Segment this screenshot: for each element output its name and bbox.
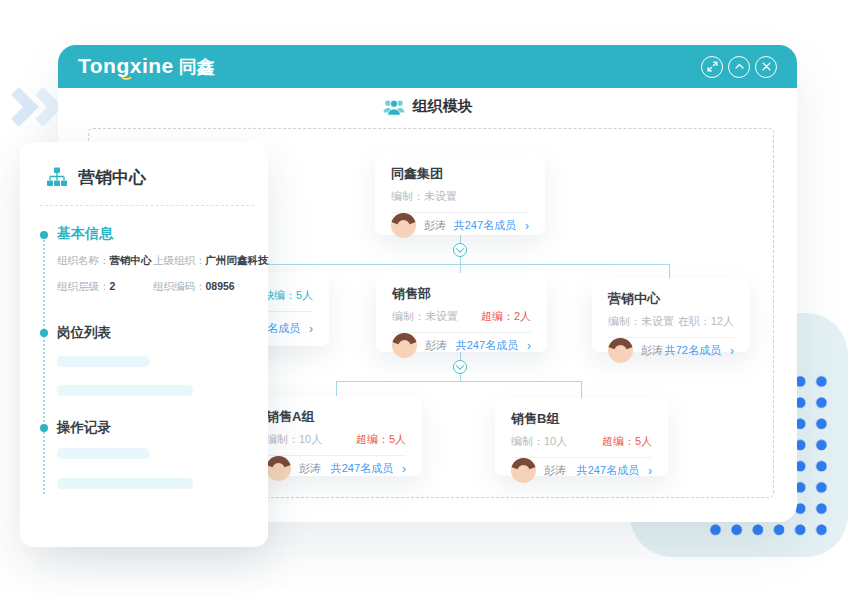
chevron-right-icon: › — [402, 463, 406, 475]
team-icon — [383, 97, 405, 116]
placeholder-bar — [57, 448, 150, 459]
card-title: 销售A组 — [266, 408, 406, 426]
chevron-right-icon: › — [525, 220, 529, 232]
chevron-right-icon: › — [730, 345, 734, 357]
section-heading-logs: 操作记录 — [57, 419, 111, 437]
connector-line — [336, 381, 337, 397]
connector-line — [336, 381, 582, 382]
status-badge: 在职：12人 — [678, 314, 734, 329]
connector-line — [255, 264, 670, 265]
quota-label: 编制：10人 — [511, 434, 567, 449]
org-card-sales-b[interactable]: 销售B组 编制：10人 超编：5人 彭涛 共247名成员 › — [495, 398, 668, 476]
connector-line — [669, 264, 670, 279]
org-card-sales-a[interactable]: 销售A组 编制：10人 超编：5人 彭涛 共247名成员 › — [250, 396, 422, 476]
bullet-icon — [40, 231, 48, 239]
brand-logo-cn: 同鑫 — [179, 55, 215, 79]
chevron-down-icon — [456, 361, 464, 369]
chevron-right-icon: › — [309, 323, 313, 335]
members-link[interactable]: 共247名成员 › — [331, 461, 406, 476]
bullet-icon — [40, 424, 48, 432]
members-link[interactable]: 共72名成员 › — [665, 343, 734, 358]
placeholder-bar — [57, 356, 150, 367]
dashed-divider — [40, 205, 254, 206]
card-title: 同鑫集团 — [391, 165, 529, 183]
module-title-bar: 组织模块 — [58, 97, 797, 116]
avatar — [266, 456, 291, 481]
status-badge: 超编：2人 — [481, 309, 531, 324]
card-title: 销售部 — [392, 285, 531, 303]
avatar — [608, 338, 633, 363]
chevron-right-icon: › — [648, 465, 652, 477]
logo-smile-icon — [119, 67, 134, 80]
tree-toggle-node[interactable] — [453, 360, 467, 374]
quota-label: 编制：未设置 — [608, 314, 674, 329]
close-icon — [761, 61, 772, 72]
panel-title: 营销中心 — [78, 166, 146, 189]
status-badge: 超编：5人 — [356, 432, 406, 447]
member-name: 彭涛 — [425, 338, 447, 353]
window-header: Tongxine 同鑫 — [58, 45, 797, 88]
org-card-sales-dept[interactable]: 销售部 编制：未设置 超编：2人 彭涛 共247名成员 › — [376, 273, 547, 352]
info-field: 组织名称：营销中心 — [57, 254, 153, 268]
close-button[interactable] — [755, 56, 777, 78]
avatar — [392, 333, 417, 358]
info-field: 组织层级：2 — [57, 280, 153, 294]
quota-label: 编制：未设置 — [392, 309, 458, 324]
placeholder-bar — [57, 478, 193, 489]
section-heading-basic: 基本信息 — [57, 225, 113, 243]
chevron-up-icon — [734, 61, 745, 72]
quota-label: 编制：10人 — [266, 432, 322, 447]
member-name: 彭涛 — [424, 218, 446, 233]
status-badge: 缺编：5人 — [263, 288, 313, 303]
info-field: 组织编码：08956 — [153, 280, 257, 294]
status-badge: 超编：5人 — [602, 434, 652, 449]
placeholder-bar — [57, 385, 193, 396]
org-card-group[interactable]: 同鑫集团 编制：未设置 彭涛 共247名成员 › — [375, 153, 545, 235]
quota-label: 编制：未设置 — [391, 189, 457, 204]
expand-button[interactable] — [701, 56, 723, 78]
chevron-down-icon — [456, 244, 464, 252]
section-heading-positions: 岗位列表 — [57, 324, 111, 342]
members-link[interactable]: 共247名成员 › — [577, 463, 652, 478]
brand-logo: Tongxine 同鑫 — [78, 54, 215, 79]
collapse-button[interactable] — [728, 56, 750, 78]
org-card-marketing-center[interactable]: 营销中心 编制：未设置 在职：12人 彭涛 共72名成员 › — [592, 278, 750, 352]
avatar — [391, 213, 416, 238]
card-title: 销售B组 — [511, 410, 652, 428]
member-name: 彭涛 — [299, 461, 321, 476]
dotted-guide-line — [43, 240, 45, 494]
members-link[interactable]: 共247名成员 › — [454, 218, 529, 233]
member-name: 彭涛 — [544, 463, 566, 478]
bullet-icon — [40, 329, 48, 337]
tree-toggle-node[interactable] — [453, 243, 467, 257]
card-title: 营销中心 — [608, 290, 734, 308]
window-controls — [701, 56, 777, 78]
avatar — [511, 458, 536, 483]
member-name: 彭涛 — [641, 343, 663, 358]
connector-line — [581, 381, 582, 399]
org-tree-icon — [46, 167, 68, 188]
chevron-right-icon: › — [527, 340, 531, 352]
members-link[interactable]: 共247名成员 › — [456, 338, 531, 353]
page-title: 组织模块 — [413, 97, 473, 116]
expand-icon — [707, 61, 718, 72]
decor-chevrons-icon — [10, 88, 60, 126]
info-field: 上级组织：广州同鑫科技 — [153, 254, 269, 268]
detail-panel: 营销中心 基本信息 组织名称：营销中心 上级组织：广州同鑫科技 组织层级：2 组… — [20, 142, 268, 547]
